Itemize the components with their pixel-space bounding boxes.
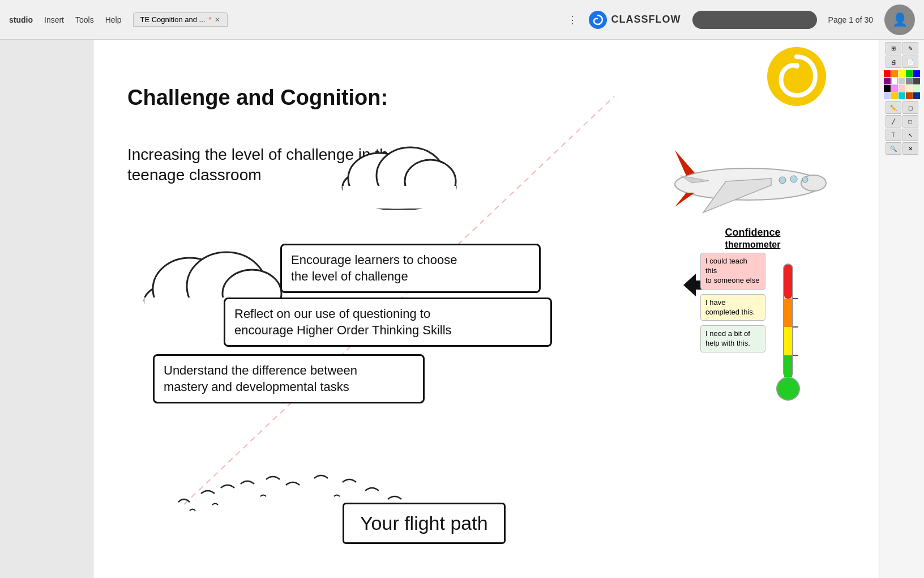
svg-marker-16 <box>675 150 695 176</box>
color-gold[interactable] <box>891 92 898 99</box>
airplane <box>669 139 828 230</box>
conf-label-teach: I could teach thisto someone else <box>700 253 765 290</box>
reflect-questioning-box[interactable]: Reflect on our use of questioning toenco… <box>224 298 552 347</box>
conf-label-completed: I havecompleted this. <box>700 294 765 321</box>
toolbar-btn-3[interactable]: 🖨 <box>886 56 901 68</box>
page-info: Page 1 of 30 <box>828 15 873 24</box>
color-yellow[interactable] <box>899 70 905 77</box>
toolbar-btn-1[interactable]: ⊞ <box>886 42 901 54</box>
color-lightgray[interactable] <box>899 78 905 84</box>
shape-tool[interactable]: □ <box>902 115 918 128</box>
svg-rect-28 <box>784 355 792 377</box>
classflow-icon <box>589 11 607 29</box>
menu-bar: Insert Tools Help <box>44 15 122 24</box>
svg-rect-8 <box>343 186 456 209</box>
svg-rect-26 <box>784 299 792 327</box>
menu-tools[interactable]: Tools <box>75 15 94 24</box>
toolbar-row-shapes: ╱ □ <box>886 115 918 128</box>
understand-mastery-box[interactable]: Understand the difference betweenmastery… <box>153 354 425 403</box>
slide-title: Challenge and Cognition: <box>127 85 388 111</box>
app-title: studio <box>9 15 33 24</box>
color-purple[interactable] <box>884 78 891 84</box>
classflow-brand-text: CLASSFLOW <box>611 14 681 26</box>
more-options-button[interactable]: ⋮ <box>567 14 578 26</box>
toolbar-btn-2[interactable]: ✎ <box>902 42 918 54</box>
reflect-questioning-text: Reflect on our use of questioning toenco… <box>234 307 452 337</box>
svg-point-3 <box>794 63 799 69</box>
color-lightgreen[interactable] <box>913 85 920 92</box>
select-tool[interactable]: ↖ <box>902 129 918 141</box>
eraser-tool[interactable]: ◻ <box>902 101 918 114</box>
slide-title-text: Challenge and Cognition: <box>127 86 388 109</box>
svg-rect-27 <box>784 327 792 355</box>
color-white[interactable] <box>891 78 898 84</box>
color-cyan[interactable] <box>899 92 905 99</box>
toolbar-btn-4[interactable]: 📄 <box>902 56 918 68</box>
conf-label-help: I need a bit ofhelp with this. <box>700 325 765 352</box>
color-palette <box>884 70 920 99</box>
color-navy[interactable] <box>913 92 920 99</box>
svg-point-22 <box>802 177 808 182</box>
right-toolbar: ⊞ ✎ 🖨 📄 ✏️ ◻ ╱ □ T ↖ � <box>879 40 924 578</box>
canvas-area: Challenge and Cognition: Increasing the … <box>93 40 879 578</box>
toolbar-row-draw: ✏️ ◻ <box>886 101 918 114</box>
flight-path-box[interactable]: Your flight path <box>343 503 506 544</box>
cloud-top <box>337 136 461 210</box>
color-lightpink[interactable] <box>899 85 905 92</box>
confidence-thermometer-area: Confidence thermometer I could teach thi… <box>700 227 805 411</box>
color-green[interactable] <box>906 70 913 77</box>
classflow-logo: CLASSFLOW <box>589 11 681 29</box>
svg-rect-25 <box>784 265 792 299</box>
pencil-tool[interactable]: ✏️ <box>886 101 901 114</box>
color-gray[interactable] <box>906 78 913 84</box>
search-bar[interactable] <box>692 11 817 29</box>
color-lavender[interactable] <box>884 92 891 99</box>
user-avatar: 👤 <box>884 5 915 35</box>
color-darkgray[interactable] <box>913 78 920 84</box>
zoom-tool[interactable]: 🔍 <box>886 142 901 155</box>
topbar: studio Insert Tools Help TE Cognition an… <box>0 0 924 40</box>
sidebar-left <box>0 40 93 578</box>
svg-point-20 <box>779 177 786 184</box>
toolbar-row-1: ⊞ ✎ <box>886 42 918 54</box>
tab-close-button[interactable]: ✕ <box>215 16 220 24</box>
yellow-logo <box>765 45 828 108</box>
thermometer-svg <box>771 253 805 411</box>
confidence-title: Confidence <box>700 227 805 239</box>
line-tool[interactable]: ╱ <box>886 115 901 128</box>
menu-help[interactable]: Help <box>105 15 122 24</box>
confidence-labels: I could teach thisto someone else I have… <box>700 253 765 352</box>
confidence-subtitle: thermometer <box>700 240 805 250</box>
svg-marker-17 <box>675 193 695 207</box>
understand-mastery-text: Understand the difference betweenmastery… <box>164 363 357 394</box>
color-blue[interactable] <box>913 70 920 77</box>
close-tool[interactable]: ✕ <box>902 142 918 155</box>
menu-insert[interactable]: Insert <box>44 15 64 24</box>
svg-point-29 <box>777 377 799 400</box>
encourage-learners-box[interactable]: Encourage learners to choosethe level of… <box>280 244 541 293</box>
color-orange[interactable] <box>891 70 898 77</box>
color-red[interactable] <box>884 70 891 77</box>
thermometer-container: I could teach thisto someone else I have… <box>700 253 805 411</box>
encourage-learners-text: Encourage learners to choosethe level of… <box>291 253 457 283</box>
toolbar-row-2: 🖨 📄 <box>886 56 918 68</box>
color-peach[interactable] <box>906 85 913 92</box>
color-black[interactable] <box>884 85 891 92</box>
color-pink[interactable] <box>891 85 898 92</box>
document-tab[interactable]: TE Cognition and ... * ✕ <box>133 12 228 27</box>
flight-path-text: Your flight path <box>360 512 488 534</box>
toolbar-row-misc: 🔍 ✕ <box>886 142 918 155</box>
toolbar-row-text: T ↖ <box>886 129 918 141</box>
text-tool[interactable]: T <box>886 129 901 141</box>
svg-point-21 <box>790 176 797 182</box>
color-brown[interactable] <box>906 92 913 99</box>
tab-label: TE Cognition and ... <box>140 15 206 24</box>
